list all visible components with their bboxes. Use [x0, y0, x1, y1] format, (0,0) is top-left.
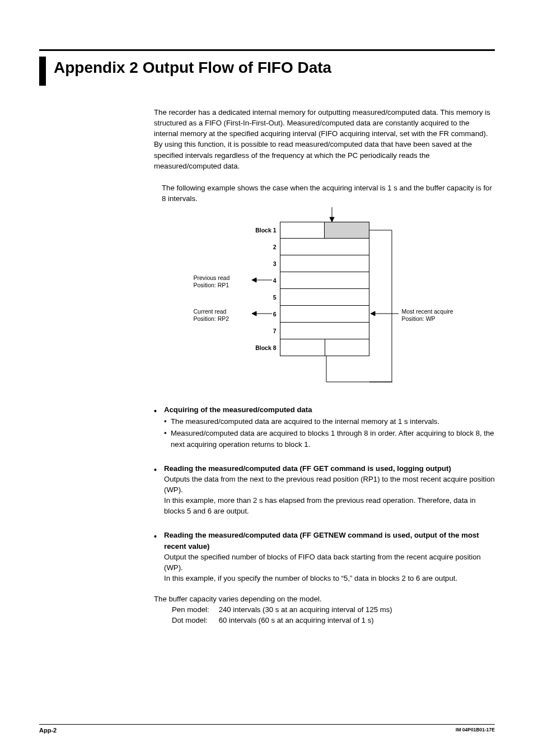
block-row-1 [280, 222, 369, 239]
fifo-bottom-horizontal-icon [324, 380, 396, 385]
pen-model-row: Pen model: 240 intervals (30 s at an acq… [154, 604, 495, 615]
bullet-icon: • [154, 531, 157, 542]
section-1-head-text: Acquiring of the measured/computed data [164, 405, 312, 414]
block-row-2 [280, 239, 369, 255]
bullet-icon: • [154, 405, 157, 417]
block-label-7: 7 [243, 327, 277, 335]
block-row-5 [280, 289, 369, 306]
svg-marker-3 [252, 278, 256, 282]
fifo-block-column [280, 222, 369, 356]
block-row-8 [280, 339, 369, 356]
pen-model-label: Pen model: [172, 604, 217, 615]
section-3-heading: • Reading the measured/computed data (FF… [154, 530, 495, 551]
block-row-7 [280, 323, 369, 339]
section-1-bullet-2-text: Measured/computed data are acquired to b… [171, 429, 494, 448]
buffer-capacity-line: The buffer capacity varies depending on … [154, 594, 495, 604]
example-intro: The following example shows the case whe… [162, 183, 495, 204]
section-2-head-text: Reading the measured/computed data (FF G… [164, 464, 451, 473]
page: Appendix 2 Output Flow of FIFO Data The … [0, 0, 534, 756]
section-2-heading: • Reading the measured/computed data (FF… [154, 463, 495, 474]
previous-read-line1: Previous read [194, 274, 230, 282]
block-label-2: 2 [243, 243, 277, 251]
section-3-head-text: Reading the measured/computed data (FF G… [164, 531, 479, 550]
dot-model-label: Dot model: [172, 615, 217, 626]
svg-marker-5 [252, 311, 256, 316]
section-1-heading: • Acquiring of the measured/computed dat… [154, 404, 495, 415]
dot-model-row: Dot model: 60 intervals (60 s at an acqu… [154, 615, 495, 626]
most-recent-acquire-label: Most recent acquire Position: WP [402, 308, 453, 323]
block-label-5: 5 [243, 293, 277, 302]
bullet-small-icon: • [164, 428, 167, 438]
arrow-left-rp2-icon [251, 311, 273, 316]
pen-model-value: 240 intervals (30 s at an acquiring inte… [219, 605, 392, 614]
block-label-3: 3 [243, 260, 277, 268]
block-row-4 [280, 272, 369, 289]
page-title: Appendix 2 Output Flow of FIFO Data [46, 51, 331, 77]
footer-doc-id: IM 04P01B01-17E [456, 727, 495, 734]
fifo-loop-path-icon [369, 225, 403, 393]
content-column: The recorder has a dedicated internal me… [39, 107, 495, 626]
title-block: Appendix 2 Output Flow of FIFO Data [39, 49, 495, 86]
most-recent-line2: Position: WP [402, 315, 453, 323]
section-2-para-1: Outputs the data from the next to the pr… [154, 474, 495, 495]
bullet-small-icon: • [164, 416, 167, 427]
block-label-1: Block 1 [243, 226, 277, 235]
intro-paragraph: The recorder has a dedicated internal me… [154, 107, 495, 171]
section-3-para-2: In this example, if you specify the numb… [154, 573, 495, 584]
page-footer: App-2 IM 04P01B01-17E [39, 724, 495, 734]
arrow-top-down-icon [327, 207, 339, 223]
section-1-bullet-1-text: The measured/computed data are acquired … [171, 417, 439, 426]
current-read-line1: Current read [194, 308, 229, 315]
most-recent-line1: Most recent acquire [402, 308, 453, 315]
block-label-8: Block 8 [243, 344, 277, 352]
title-accent-bar [39, 57, 46, 86]
section-1-bullet-2: • Measured/computed data are acquired to… [154, 428, 495, 449]
previous-read-line2: Position: RP1 [194, 282, 230, 289]
block-row-3 [280, 255, 369, 272]
current-read-label: Current read Position: RP2 [194, 308, 229, 323]
section-2-para-2: In this example, more than 2 s has elaps… [154, 495, 495, 516]
bullet-icon: • [154, 464, 157, 475]
dot-model-value: 60 intervals (60 s at an acquiring inter… [219, 616, 374, 624]
previous-read-label: Previous read Position: RP1 [194, 274, 230, 289]
fifo-diagram: Block 1 2 3 4 5 6 7 Block 8 Previous rea… [190, 208, 459, 388]
section-3-para-1: Output the specified number of blocks of… [154, 552, 495, 573]
current-read-line2: Position: RP2 [194, 315, 229, 323]
block-row-6 [280, 306, 369, 323]
section-1-bullet-1: • The measured/computed data are acquire… [154, 416, 495, 427]
footer-page-number: App-2 [39, 727, 57, 734]
svg-marker-1 [330, 217, 334, 222]
arrow-left-rp1-icon [251, 277, 273, 283]
